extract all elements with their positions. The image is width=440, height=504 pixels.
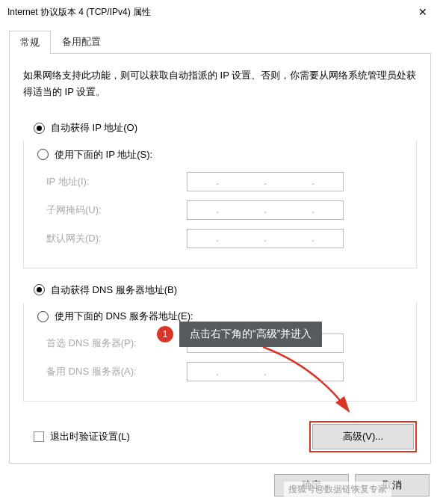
gateway-label: 默认网关(D): <box>37 232 187 245</box>
radio-label: 自动获得 DNS 服务器地址(B) <box>51 283 177 297</box>
content: 常规 备用配置 如果网络支持此功能，则可以获取自动指派的 IP 设置。否则，你需… <box>0 24 440 464</box>
ip-radio-group: 自动获得 IP 地址(O) <box>23 121 417 135</box>
radio-label: 自动获得 IP 地址(O) <box>51 121 137 135</box>
annotation: 1 点击右下角的“高级”并进入 <box>157 322 322 347</box>
radio-manual-ip[interactable]: 使用下面的 IP 地址(S): <box>37 148 155 162</box>
radio-auto-dns[interactable]: 自动获得 DNS 服务器地址(B) <box>23 283 417 297</box>
annotation-badge: 1 <box>157 326 173 342</box>
close-icon[interactable]: ✕ <box>406 0 440 24</box>
dns-alternate-label: 备用 DNS 服务器(A): <box>37 365 187 378</box>
dns-alternate-input[interactable]: ... <box>187 362 344 381</box>
subnet-mask-input[interactable]: ... <box>187 200 344 220</box>
tab-general[interactable]: 常规 <box>9 31 51 54</box>
gateway-input[interactable]: ... <box>187 229 344 248</box>
ip-address-label: IP 地址(I): <box>37 175 187 188</box>
subnet-mask-label: 子网掩码(U): <box>37 203 187 217</box>
tabs: 常规 备用配置 <box>9 30 431 54</box>
ip-address-input[interactable]: ... <box>187 172 344 191</box>
advanced-highlight: 高级(V)... <box>309 421 417 452</box>
radio-label: 使用下面的 IP 地址(S): <box>55 148 152 162</box>
watermark: 搜狐号@数据链恢复专家 <box>284 482 391 497</box>
panel-general: 如果网络支持此功能，则可以获取自动指派的 IP 设置。否则，你需要从网络系统管理… <box>9 54 431 464</box>
validate-label: 退出时验证设置(L) <box>50 430 130 443</box>
dns-manual-group: 使用下面的 DNS 服务器地址(E): 首选 DNS 服务器(P): ... 备… <box>23 303 417 402</box>
dns-alternate-row: 备用 DNS 服务器(A): ... <box>37 362 403 381</box>
bottom-row: 退出时验证设置(L) 高级(V)... <box>23 417 417 452</box>
subnet-mask-row: 子网掩码(U): ... <box>37 200 403 220</box>
radio-auto-ip[interactable]: 自动获得 IP 地址(O) <box>23 121 417 135</box>
window-title: Internet 协议版本 4 (TCP/IPv4) 属性 <box>7 6 151 19</box>
radio-icon <box>34 284 45 295</box>
advanced-button[interactable]: 高级(V)... <box>312 424 414 449</box>
validate-checkbox-row[interactable]: 退出时验证设置(L) <box>23 430 130 443</box>
checkbox-icon <box>34 431 44 442</box>
titlebar: Internet 协议版本 4 (TCP/IPv4) 属性 ✕ <box>0 0 440 24</box>
radio-icon <box>34 123 45 134</box>
ip-address-row: IP 地址(I): ... <box>37 172 403 191</box>
tab-alternate[interactable]: 备用配置 <box>51 30 112 53</box>
dns-radio-group: 自动获得 DNS 服务器地址(B) <box>23 283 417 297</box>
ip-manual-group: 使用下面的 IP 地址(S): IP 地址(I): ... 子网掩码(U): .… <box>23 141 417 268</box>
gateway-row: 默认网关(D): ... <box>37 229 403 248</box>
radio-icon <box>37 311 49 322</box>
radio-icon <box>37 149 49 160</box>
intro-text: 如果网络支持此功能，则可以获取自动指派的 IP 设置。否则，你需要从网络系统管理… <box>23 67 417 100</box>
annotation-text: 点击右下角的“高级”并进入 <box>179 322 322 347</box>
